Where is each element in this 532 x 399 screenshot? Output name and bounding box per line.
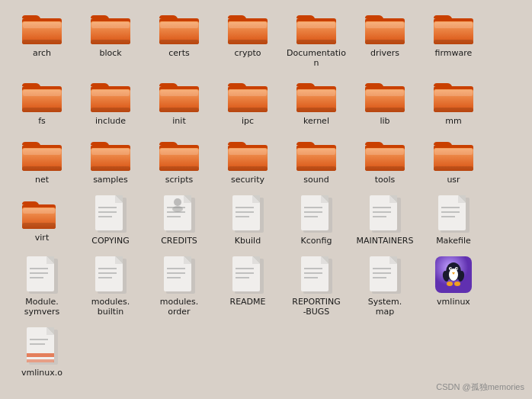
svg-rect-66 [160, 149, 198, 155]
file-item-usr[interactable]: usr [419, 133, 488, 188]
item-label: Makefile [436, 236, 471, 246]
item-label: certs [168, 48, 189, 58]
item-label: block [99, 48, 121, 58]
file-item-drivers[interactable]: drivers [351, 6, 419, 71]
file-item-scripts[interactable]: scripts [145, 133, 213, 188]
file-item-readme[interactable]: README [213, 252, 282, 320]
svg-rect-30 [23, 90, 61, 96]
item-label: System.map [368, 297, 402, 317]
file-item-arch[interactable]: arch [8, 6, 76, 71]
svg-rect-63 [91, 166, 130, 171]
file-item-modules--builtin[interactable]: modules.builtin [76, 252, 145, 320]
svg-point-179 [450, 268, 452, 269]
svg-rect-51 [365, 108, 405, 112]
svg-rect-22 [366, 22, 404, 28]
folder-icon [89, 77, 132, 114]
file-item-block[interactable]: block [76, 6, 145, 71]
item-label: fs [38, 116, 46, 126]
file-icon [94, 194, 127, 233]
folder-icon [89, 136, 132, 172]
item-label: Documentation [285, 48, 348, 68]
file-item-include[interactable]: include [76, 74, 145, 129]
folder-icon [364, 9, 406, 46]
svg-rect-67 [159, 166, 199, 171]
file-icon [231, 194, 264, 233]
file-item-system--map[interactable]: System.map [351, 252, 419, 320]
item-label: Module.symvers [24, 297, 60, 317]
svg-rect-70 [229, 149, 267, 155]
file-item-module--symvers[interactable]: Module.symvers [8, 252, 76, 320]
folder-icon [364, 77, 406, 114]
vmlinux-icon [434, 255, 473, 294]
file-item-credits[interactable]: CREDITS [145, 191, 213, 249]
item-label: vmlinux [437, 297, 470, 307]
item-label: scripts [165, 175, 193, 185]
item-label: COPYING [91, 236, 129, 246]
folder-icon [432, 136, 475, 172]
svg-rect-19 [296, 40, 336, 44]
folder-icon [226, 9, 269, 46]
svg-rect-18 [297, 22, 335, 28]
item-label: drivers [370, 48, 399, 58]
file-item-reporting--bugs[interactable]: REPORTING-BUGS [282, 252, 351, 320]
file-item-vmlinux-o[interactable]: vmlinux.o [8, 323, 76, 381]
svg-rect-34 [91, 90, 130, 96]
file-item-makefile[interactable]: Makefile [419, 191, 488, 249]
file-item-lib[interactable]: lib [351, 74, 419, 129]
archive-icon [25, 326, 59, 365]
item-label: virt [35, 233, 49, 243]
svg-rect-38 [160, 90, 198, 96]
svg-point-180 [457, 268, 458, 269]
svg-rect-2 [23, 22, 61, 28]
file-item-sound[interactable]: sound [282, 133, 351, 188]
file-item-crypto[interactable]: crypto [213, 6, 282, 71]
file-item-certs[interactable]: certs [145, 6, 213, 71]
file-icon [25, 255, 59, 294]
file-grid: arch block [8, 6, 524, 381]
svg-rect-39 [159, 108, 199, 112]
file-item-firmware[interactable]: firmware [419, 6, 488, 71]
file-item-net[interactable]: net [8, 133, 76, 188]
file-item-mm[interactable]: mm [419, 74, 488, 129]
item-label: modules.builtin [91, 297, 130, 317]
file-item-samples[interactable]: samples [76, 133, 145, 188]
file-item-kconfig[interactable]: Kconfig [282, 191, 351, 249]
item-label: net [35, 175, 49, 185]
file-icon [368, 194, 402, 233]
svg-rect-46 [297, 90, 335, 96]
svg-rect-74 [297, 149, 335, 155]
svg-rect-190 [27, 353, 54, 357]
folder-icon [295, 9, 338, 46]
svg-rect-42 [229, 90, 267, 96]
item-label: ipc [242, 116, 254, 126]
svg-rect-35 [91, 108, 130, 112]
svg-rect-14 [229, 22, 267, 28]
file-item-documentation[interactable]: Documentation [282, 6, 351, 71]
svg-rect-75 [296, 166, 336, 171]
svg-rect-15 [228, 40, 268, 44]
file-item-kernel[interactable]: kernel [282, 74, 351, 129]
file-icon [368, 255, 402, 294]
file-item-fs[interactable]: fs [8, 74, 76, 129]
file-item-virt[interactable]: virt [8, 191, 76, 249]
folder-icon [226, 77, 269, 114]
item-label: mm [445, 116, 461, 126]
file-item-init[interactable]: init [145, 74, 213, 129]
svg-rect-79 [365, 166, 405, 171]
file-item-tools[interactable]: tools [351, 133, 419, 188]
file-icon [162, 194, 196, 233]
folder-icon [21, 77, 63, 114]
file-item-ipc[interactable]: ipc [213, 74, 282, 129]
item-label: crypto [234, 48, 261, 58]
folder-icon [364, 136, 406, 172]
svg-rect-23 [365, 40, 405, 44]
file-item-maintainers[interactable]: MAINTAINERS [351, 191, 419, 249]
file-item-modules--order[interactable]: modules.order [145, 252, 213, 320]
file-item-kbuild[interactable]: Kbuild [213, 191, 282, 249]
folder-icon [295, 77, 338, 114]
file-item-copying[interactable]: COPYING [76, 191, 145, 249]
file-item-vmlinux[interactable]: vmlinux [419, 252, 488, 320]
item-label: sound [303, 175, 328, 185]
file-item-security[interactable]: security [213, 133, 282, 188]
item-label: README [229, 297, 265, 307]
